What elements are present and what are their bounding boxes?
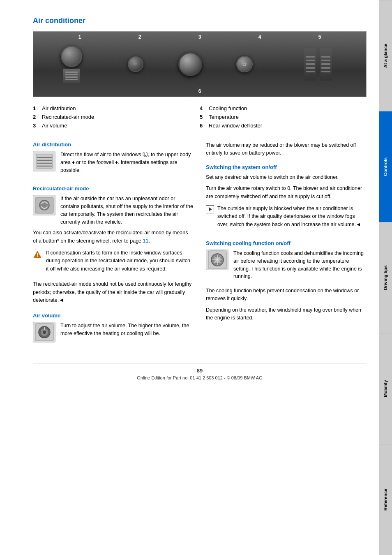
switching-system-section: Switching the system on/off Set any desi… xyxy=(206,164,367,232)
img-label-4: 4 xyxy=(258,34,261,40)
air-distribution-title: Air distribution xyxy=(33,141,194,148)
item-label: Rear window defroster xyxy=(209,123,262,129)
img-label-1: 1 xyxy=(78,34,81,40)
switching-cooling-section: Switching cooling function on/off xyxy=(206,240,367,322)
cooling-icon xyxy=(206,250,228,270)
warning-text: If condensation starts to form on the in… xyxy=(46,249,194,273)
control-panel-image: 1 2 3 4 5 xyxy=(33,31,367,97)
img-label-2: 2 xyxy=(138,34,141,40)
item-label: Cooling function xyxy=(209,105,247,111)
air-distribution-section: Air distribution Dire xyxy=(33,141,194,177)
tab-at-a-glance-label: At a glance xyxy=(383,44,388,68)
item-number: 1 xyxy=(33,105,39,111)
item-label: Recirculated-air mode xyxy=(42,114,94,120)
cooling-para3: Depending on the weather, the windshield… xyxy=(206,306,367,322)
page-number: 89 xyxy=(33,368,367,374)
air-distribution-icon xyxy=(33,151,55,171)
svg-text:!: ! xyxy=(37,252,38,258)
cooling-para2: The cooling function helps prevent conde… xyxy=(206,287,367,303)
items-col-right: 4 Cooling function 5 Temperature 6 Rear … xyxy=(200,105,367,131)
air-volume-title: Air volume xyxy=(33,312,194,319)
item-number: 3 xyxy=(33,123,39,129)
item-label: Temperature xyxy=(209,114,239,120)
air-volume-text: Turn to adjust the air volume. The highe… xyxy=(60,322,194,338)
left-column: Air distribution Dire xyxy=(33,141,194,351)
svg-point-12 xyxy=(43,331,46,334)
item-number: 4 xyxy=(200,105,205,111)
switching-cooling-title: Switching cooling function on/off xyxy=(206,240,367,246)
tab-driving-tips[interactable]: Driving tips xyxy=(379,222,392,333)
list-item: 3 Air volume xyxy=(33,123,200,129)
note-box: The outside air supply is blocked when t… xyxy=(206,205,367,232)
recirculated-air-para2: You can also activate/deactivate the rec… xyxy=(33,229,194,245)
air-volume-para2: The air volume may be reduced or the blo… xyxy=(206,141,367,157)
note-icon xyxy=(206,205,214,213)
item-label: Air distribution xyxy=(42,105,76,111)
air-distribution-text: Direct the flow of air to the windows Ⓛ,… xyxy=(60,151,194,174)
tab-reference[interactable]: Reference xyxy=(379,444,392,555)
img-label-6: 6 xyxy=(198,88,201,94)
page-footer: 89 Online Edition for Part no. 01 41 2 6… xyxy=(33,363,367,380)
img-label-5: 5 xyxy=(318,34,321,40)
switching-system-para2: Turn the air volume rotary switch to 0. … xyxy=(206,185,367,201)
list-item: 2 Recirculated-air mode xyxy=(33,114,200,120)
right-column: The air volume may be reduced or the blo… xyxy=(206,141,367,351)
air-volume-icon xyxy=(33,322,55,342)
tab-mobility[interactable]: Mobility xyxy=(379,333,392,444)
note-text: The outside air supply is blocked when t… xyxy=(217,205,367,229)
items-col-left: 1 Air distribution 2 Recirculated-air mo… xyxy=(33,105,200,131)
list-item: 6 Rear window defroster xyxy=(200,123,367,129)
warning-box: ! If condensation starts to form on the … xyxy=(33,249,194,276)
numbered-items-list: 1 Air distribution 2 Recirculated-air mo… xyxy=(33,105,367,131)
footer-text: Online Edition for Part no. 01 41 2 603 … xyxy=(33,375,367,380)
list-item: 1 Air distribution xyxy=(33,105,200,111)
item-number: 5 xyxy=(200,114,205,120)
item-number: 6 xyxy=(200,123,205,129)
img-label-3: 3 xyxy=(198,34,201,40)
recirculated-air-intro: If the air outside the car has an unplea… xyxy=(60,195,194,226)
recirculated-air-icon xyxy=(33,195,55,215)
tab-reference-label: Reference xyxy=(383,489,388,511)
recirculated-air-section: Recirculated-air mode If the air outside… xyxy=(33,185,194,304)
side-tabs-container: At a glance Controls Driving tips Mobili… xyxy=(379,0,392,555)
switching-system-para1: Set any desired air volume to switch on … xyxy=(206,173,367,181)
list-item: 5 Temperature xyxy=(200,114,367,120)
page-title: Air conditioner xyxy=(33,16,367,25)
tab-at-a-glance[interactable]: At a glance xyxy=(379,0,392,111)
recirculated-air-para3: The recirculated-air mode should not be … xyxy=(33,280,194,304)
tab-controls[interactable]: Controls xyxy=(379,111,392,222)
list-item: 4 Cooling function xyxy=(200,105,367,111)
cooling-text: The cooling function cools and dehumidif… xyxy=(233,250,367,280)
item-label: Air volume xyxy=(42,123,67,129)
tab-controls-label: Controls xyxy=(383,157,388,176)
tab-mobility-label: Mobility xyxy=(383,380,388,398)
warning-icon: ! xyxy=(33,250,42,276)
item-number: 2 xyxy=(33,114,39,120)
tab-driving-tips-label: Driving tips xyxy=(383,265,388,290)
recirculated-air-title: Recirculated-air mode xyxy=(33,185,194,192)
switching-system-title: Switching the system on/off xyxy=(206,164,367,170)
air-volume-section: Air volume Turn to adjust the air vo xyxy=(33,312,194,342)
